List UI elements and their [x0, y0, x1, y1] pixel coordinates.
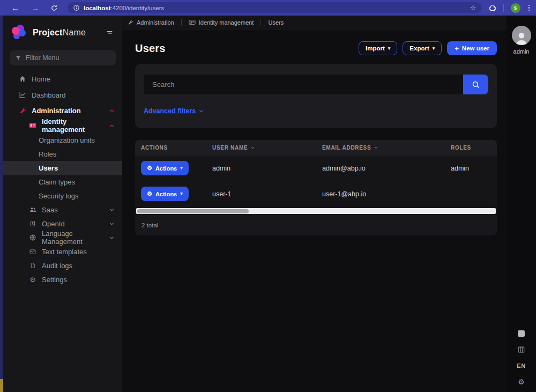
brand[interactable]: ProjectName: [3, 16, 122, 47]
app-window: ← → localhost:4200/identity/users ☆ s Pr…: [0, 0, 536, 392]
sidebar-item-label: Audit logs: [42, 262, 72, 270]
caret-down-icon: ▾: [433, 46, 435, 51]
sidebar-item-home[interactable]: Home: [3, 71, 122, 87]
cell-roles: admin: [445, 165, 497, 172]
browser-reload-button[interactable]: [45, 4, 63, 12]
column-header-user-name[interactable]: USER NAME: [206, 145, 316, 151]
column-header-email-address[interactable]: EMAIL ADDRESS: [316, 145, 445, 151]
cell-email: user-1@abp.io: [316, 190, 445, 198]
page-header: Users Import ▾ Export ▾ + New user: [122, 29, 507, 64]
sidebar-item-label: Roles: [39, 150, 56, 158]
row-actions-button[interactable]: ⚙ Actions ▾: [141, 187, 189, 201]
sidebar-item-saas[interactable]: Saas: [3, 203, 122, 217]
new-user-button[interactable]: + New user: [447, 41, 497, 55]
language-selector[interactable]: EN: [517, 363, 525, 369]
breadcrumb-item-users: Users: [268, 19, 284, 26]
sidebar-item-roles[interactable]: Roles: [3, 147, 122, 161]
column-header-actions: ACTIONS: [135, 145, 206, 151]
dashboard-chart-icon: [18, 91, 27, 99]
gear-icon: ⚙: [147, 191, 152, 197]
bookmark-star-icon[interactable]: ☆: [470, 4, 477, 12]
brand-name: ProjectName: [33, 28, 86, 38]
row-actions-button[interactable]: ⚙ Actions ▾: [141, 161, 189, 175]
openid-badge-icon: [28, 220, 37, 227]
breadcrumb-separator: [260, 19, 261, 26]
import-button[interactable]: Import ▾: [359, 41, 397, 55]
project-logo-icon: [12, 25, 28, 41]
browser-profile-avatar[interactable]: s: [511, 3, 520, 13]
sidebar-item-label: Claim types: [39, 178, 75, 186]
browser-forward-button[interactable]: →: [25, 4, 45, 12]
table-footer: 2 total: [135, 215, 497, 235]
fullscreen-icon[interactable]: [518, 330, 525, 337]
mail-icon: [28, 248, 37, 255]
sidebar-item-security-logs[interactable]: Security logs: [3, 189, 122, 203]
browser-menu-icon[interactable]: [527, 4, 531, 12]
cell-email: admin@abp.io: [316, 165, 445, 172]
sidebar-item-label: Identity management: [42, 117, 104, 134]
columns-icon[interactable]: [517, 346, 525, 353]
search-button[interactable]: [463, 75, 488, 94]
browser-toolbar-right: s: [482, 3, 531, 13]
sidebar-item-claim-types[interactable]: Claim types: [3, 175, 122, 189]
caret-down-icon: ▾: [180, 166, 183, 171]
browser-toolbar: ← → localhost:4200/identity/users ☆ s: [0, 0, 536, 16]
page-title: Users: [135, 42, 166, 55]
export-button-label: Export: [410, 45, 429, 51]
horizontal-scrollbar[interactable]: [136, 208, 496, 214]
sidebar-item-dashboard[interactable]: Dashboard: [3, 87, 122, 103]
scrollbar-thumb[interactable]: [137, 209, 249, 213]
sidebar-item-label: Security logs: [39, 192, 78, 200]
sidebar-item-label: Text templates: [42, 248, 87, 256]
gear-icon[interactable]: ⚙: [518, 378, 525, 386]
sidebar-item-language-management[interactable]: Language Management: [3, 231, 122, 245]
filter-menu-box[interactable]: [10, 50, 116, 65]
sidebar-item-organization-units[interactable]: Organization units: [3, 133, 122, 147]
breadcrumb-item-identity-management[interactable]: Identity management: [189, 19, 254, 26]
sidebar-item-label: Language Management: [42, 230, 104, 246]
actions-button-label: Actions: [155, 191, 177, 197]
chevron-down-icon: [109, 235, 115, 241]
sidebar-item-label: Home: [32, 75, 50, 83]
cell-user-name: admin: [206, 165, 316, 172]
breadcrumb: Administration Identity management Users: [122, 16, 507, 29]
sidebar-collapse-icon[interactable]: [105, 28, 114, 37]
sidebar-item-text-templates[interactable]: Text templates: [3, 245, 122, 258]
filter-menu-input[interactable]: [26, 54, 112, 62]
browser-address-bar[interactable]: localhost:4200/identity/users ☆: [68, 2, 482, 13]
sidebar-item-users[interactable]: Users: [3, 161, 122, 175]
search-input[interactable]: [144, 75, 463, 94]
extensions-icon[interactable]: [488, 4, 496, 12]
sidebar-item-administration[interactable]: Administration: [3, 103, 122, 118]
chevron-down-icon: [109, 221, 115, 227]
identity-card-icon: [189, 19, 196, 25]
actions-button-label: Actions: [155, 165, 177, 172]
sidebar-nav: Home Dashboard Administration Identity m…: [3, 71, 122, 286]
main-content: Administration Identity management Users…: [122, 16, 507, 392]
users-table: ACTIONS USER NAME EMAIL ADDRESS ROLES ⚙ …: [135, 140, 497, 235]
chevron-down-icon: [198, 108, 204, 114]
search-icon: [472, 80, 480, 89]
site-info-icon[interactable]: [73, 4, 80, 11]
user-menu-name[interactable]: admin: [513, 48, 530, 55]
import-button-label: Import: [366, 45, 385, 51]
sidebar-item-settings[interactable]: ⚙ Settings: [3, 272, 122, 286]
sort-caret-icon: [374, 145, 378, 150]
sidebar-item-label: OpenId: [42, 220, 65, 228]
toolbar-divider: [503, 4, 504, 12]
browser-back-button[interactable]: ←: [5, 4, 25, 12]
sort-caret-icon: [250, 145, 255, 150]
home-icon: [18, 75, 27, 83]
export-button[interactable]: Export ▾: [403, 41, 442, 55]
rail-bottom-icons: EN ⚙: [517, 330, 525, 386]
sidebar-item-label: Administration: [32, 107, 81, 115]
sidebar-item-openid[interactable]: OpenId: [3, 217, 122, 231]
gear-icon: ⚙: [147, 165, 152, 171]
breadcrumb-item-administration[interactable]: Administration: [128, 19, 174, 26]
document-icon: [28, 262, 37, 269]
sidebar-item-identity-management[interactable]: Identity management: [3, 118, 122, 133]
sidebar-item-audit-logs[interactable]: Audit logs: [3, 258, 122, 272]
user-avatar[interactable]: [512, 26, 531, 45]
advanced-filters-link[interactable]: Advanced filters: [144, 107, 204, 115]
caret-down-icon: ▾: [388, 46, 391, 51]
